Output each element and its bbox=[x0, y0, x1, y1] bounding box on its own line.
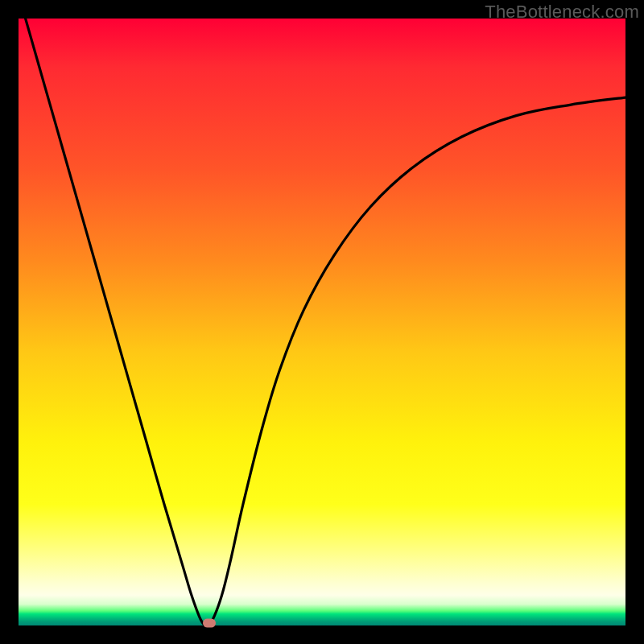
plot-area bbox=[19, 19, 625, 625]
bottleneck-curve-path bbox=[19, 19, 625, 625]
optimal-point-marker bbox=[203, 618, 216, 627]
watermark-text: TheBottleneck.com bbox=[485, 2, 639, 23]
curve-layer bbox=[19, 19, 625, 625]
